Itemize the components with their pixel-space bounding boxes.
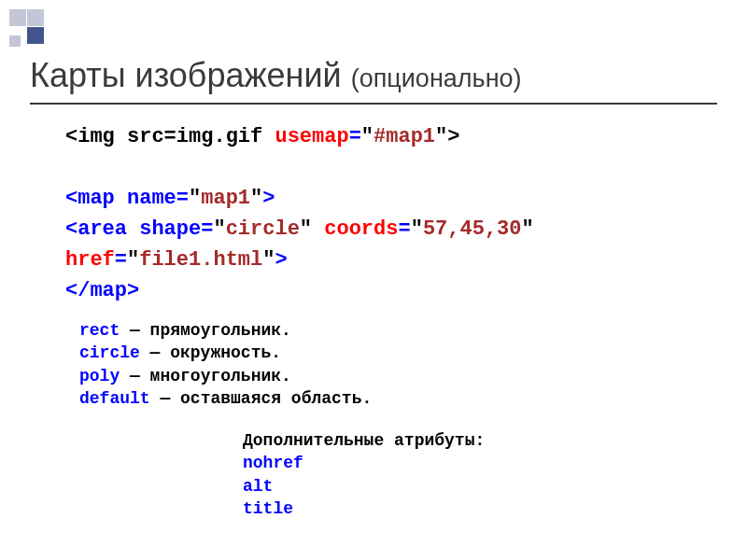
extra-attrs-heading: Дополнительные атрибуты: bbox=[243, 431, 485, 450]
extra-attrs: Дополнительные атрибуты: nohref alt titl… bbox=[243, 429, 485, 520]
shape-key: rect bbox=[79, 321, 120, 340]
code-tag: map bbox=[90, 279, 127, 302]
code-quote: " bbox=[127, 248, 139, 272]
code-punct: > bbox=[275, 248, 287, 272]
code-quote: " bbox=[361, 125, 374, 148]
code-space bbox=[312, 217, 324, 241]
code-attr: coords bbox=[324, 217, 398, 241]
code-quote: " bbox=[300, 217, 312, 241]
code-value: map1 bbox=[201, 187, 250, 210]
extra-attr: title bbox=[243, 499, 293, 518]
code-punct: > bbox=[262, 187, 275, 210]
code-text: <img src=img.gif bbox=[65, 125, 275, 148]
title-underline bbox=[30, 103, 717, 105]
code-quote: " bbox=[411, 217, 423, 241]
code-punct: < bbox=[65, 187, 78, 210]
code-text: > bbox=[447, 125, 459, 148]
extra-attr: nohref bbox=[243, 454, 303, 472]
code-punct: = bbox=[349, 125, 361, 148]
shape-key: poly bbox=[79, 367, 120, 385]
code-value: file1.html bbox=[139, 248, 262, 272]
code-value: #map1 bbox=[374, 125, 435, 148]
extra-attr: alt bbox=[243, 477, 273, 496]
code-tag: area shape bbox=[78, 217, 201, 241]
code-quote: " bbox=[250, 187, 262, 210]
code-block-main: <img src=img.gif usemap="#map1"> <map na… bbox=[65, 121, 534, 306]
code-value: circle bbox=[226, 217, 300, 241]
code-punct: = bbox=[398, 217, 410, 241]
shape-list: rect — прямоугольник. circle — окружност… bbox=[79, 319, 372, 410]
shape-desc: — окружность. bbox=[140, 343, 281, 362]
code-punct: = bbox=[115, 248, 127, 272]
shape-key: default bbox=[79, 389, 150, 408]
code-quote: " bbox=[262, 248, 275, 272]
code-punct: > bbox=[127, 279, 139, 302]
slide-title: Карты изображений bbox=[30, 56, 351, 94]
code-value: 57,45,30 bbox=[423, 217, 522, 241]
shape-key: circle bbox=[79, 343, 140, 362]
code-attr: href bbox=[65, 248, 115, 272]
code-punct: = bbox=[176, 187, 189, 210]
code-quote: " bbox=[189, 187, 201, 210]
shape-desc: — многоугольник. bbox=[120, 367, 291, 385]
code-quote: " bbox=[435, 125, 447, 148]
code-punct: < bbox=[65, 217, 78, 241]
code-quote: " bbox=[522, 217, 534, 241]
slide-subtitle: (опционально) bbox=[351, 64, 522, 92]
code-attr: usemap bbox=[275, 125, 348, 148]
code-punct: </ bbox=[65, 279, 90, 302]
code-tag: map name bbox=[78, 187, 176, 210]
shape-desc: — прямоугольник. bbox=[120, 321, 291, 340]
shape-desc: — оставшаяся область. bbox=[150, 389, 373, 408]
code-quote: " bbox=[213, 217, 225, 241]
code-punct: = bbox=[201, 217, 213, 241]
